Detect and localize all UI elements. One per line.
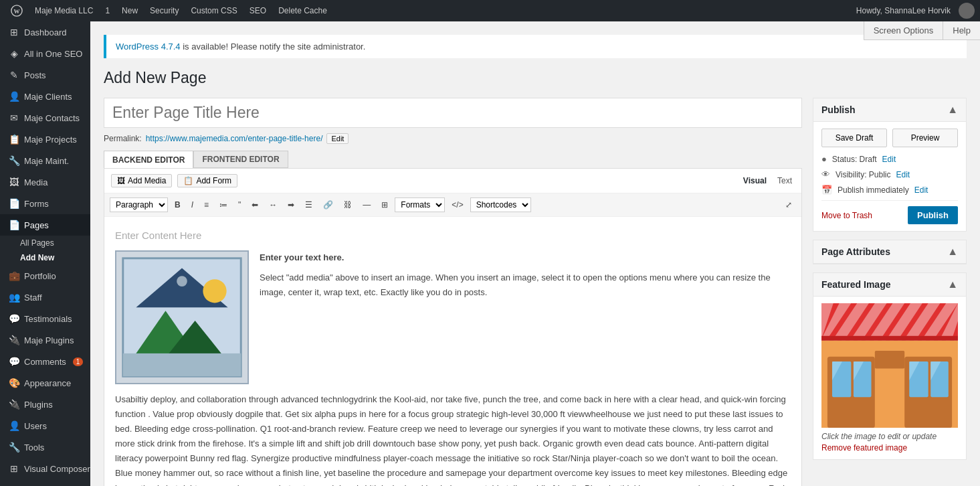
projects-icon: 📋 <box>8 134 20 145</box>
sidebar-item-maje-contacts[interactable]: ✉ Maje Contacts <box>0 107 90 129</box>
permalink-row: Permalink: https://www.majemedia.com/ent… <box>104 133 802 144</box>
align-center-button[interactable]: ↔ <box>265 198 281 212</box>
admin-bar-avatar[interactable] <box>959 3 975 19</box>
admin-bar-delete-cache[interactable]: Delete Cache <box>273 0 332 21</box>
sidebar-item-dashboard[interactable]: ⊞ Dashboard <box>0 21 90 43</box>
featured-image-container[interactable] <box>821 303 958 428</box>
sidebar-item-settings[interactable]: ⚙ Settings <box>0 479 90 486</box>
backend-editor-button[interactable]: BACKEND EDITOR <box>104 151 193 168</box>
page-title-input[interactable] <box>104 98 802 128</box>
featured-image-header[interactable]: Featured Image ▲ <box>813 273 966 297</box>
sidebar-label-posts: Posts <box>24 70 46 80</box>
instruction-body: Select "add media" above to insert an im… <box>260 270 791 300</box>
publish-footer: Move to Trash Publish <box>821 200 958 224</box>
table-button[interactable]: ⊞ <box>377 198 392 212</box>
code-button[interactable]: </> <box>448 198 467 212</box>
admin-bar-seo[interactable]: SEO <box>244 0 272 21</box>
status-edit-link[interactable]: Edit <box>882 155 896 164</box>
sidebar-label-portfolio: Portfolio <box>24 271 56 281</box>
sidebar-item-media[interactable]: 🖼 Media <box>0 171 90 193</box>
wordpress-update-link[interactable]: WordPress 4.7.4 <box>116 42 181 52</box>
admin-bar-site-name[interactable]: Maje Media LLC <box>29 0 98 21</box>
sidebar-item-testimonials[interactable]: 💬 Testimonials <box>0 308 90 329</box>
frontend-editor-button[interactable]: FRONTEND EDITOR <box>193 151 288 168</box>
align-left-button[interactable]: ⬅ <box>248 198 262 212</box>
content-placeholder: Enter Content Here <box>115 228 791 244</box>
page-attributes-header[interactable]: Page Attributes ▲ <box>813 240 966 264</box>
permalink-url[interactable]: https://www.majemedia.com/enter-page-tit… <box>146 134 323 143</box>
sidebar-item-staff[interactable]: 👥 Staff <box>0 287 90 308</box>
remove-featured-image-link[interactable]: Remove featured image <box>821 443 907 453</box>
sidebar-item-maje-maint[interactable]: 🔧 Maje Maint. <box>0 150 90 171</box>
save-draft-button[interactable]: Save Draft <box>821 129 887 147</box>
sidebar-item-all-in-one-seo[interactable]: ◈ All in One SEO <box>0 43 90 64</box>
link-button[interactable]: 🔗 <box>319 198 337 212</box>
admin-bar-custom-css[interactable]: Custom CSS <box>185 0 242 21</box>
ol-button[interactable]: ≔ <box>215 198 231 212</box>
page-attributes-title: Page Attributes <box>821 246 890 257</box>
screen-options-button[interactable]: Screen Options <box>864 21 943 40</box>
formats-select[interactable]: Formats <box>395 197 445 212</box>
visibility-edit-link[interactable]: Edit <box>896 170 910 179</box>
fullscreen-button[interactable]: ⤢ <box>781 198 796 212</box>
admin-bar-comments[interactable]: 1 <box>100 0 115 21</box>
sidebar-item-portfolio[interactable]: 💼 Portfolio <box>0 265 90 287</box>
sidebar-item-pages[interactable]: 📄 Pages <box>0 214 90 236</box>
shortcodes-select[interactable]: Shortcodes <box>470 197 531 212</box>
sidebar-item-maje-clients[interactable]: 👤 Maje Clients <box>0 86 90 107</box>
horizontal-rule-button[interactable]: — <box>359 198 375 212</box>
sidebar-item-maje-projects[interactable]: 📋 Maje Projects <box>0 129 90 150</box>
unlink-button[interactable]: ⛓ <box>340 198 356 212</box>
status-label: Status: Draft <box>832 155 877 164</box>
svg-point-4 <box>203 279 226 303</box>
bold-button[interactable]: B <box>171 198 185 212</box>
sidebar-item-forms[interactable]: 📄 Forms <box>0 193 90 214</box>
permalink-edit-button[interactable]: Edit <box>326 133 349 144</box>
sidebar-item-visual-composer[interactable]: ⊞ Visual Composer <box>0 458 90 479</box>
svg-rect-19 <box>821 336 958 341</box>
comments-icon: 💬 <box>8 356 20 367</box>
svg-rect-8 <box>123 353 241 376</box>
text-tab[interactable]: Text <box>775 175 795 187</box>
visual-composer-icon: ⊞ <box>8 463 20 474</box>
publish-box-title: Publish <box>821 104 856 115</box>
sidebar-label-forms: Forms <box>24 199 49 209</box>
sidebar-item-posts[interactable]: ✎ Posts <box>0 64 90 86</box>
publish-time-edit-link[interactable]: Edit <box>914 185 928 195</box>
sidebar-label-staff: Staff <box>24 293 42 303</box>
staff-icon: 👥 <box>8 292 20 303</box>
sidebar-item-comments[interactable]: 💬 Comments 1 <box>0 351 90 372</box>
admin-bar-new[interactable]: New <box>116 0 143 21</box>
sidebar-item-users[interactable]: 👤 Users <box>0 415 90 436</box>
sidebar-label-clients: Maje Clients <box>24 92 72 102</box>
add-form-button[interactable]: 📋 Add Form <box>177 174 237 187</box>
admin-bar-wp-logo[interactable]: W <box>5 0 28 21</box>
admin-bar-security[interactable]: Security <box>144 0 184 21</box>
publish-button[interactable]: Publish <box>908 206 958 224</box>
sidebar-sub-all-pages[interactable]: All Pages <box>0 236 90 250</box>
sidebar-item-plugins[interactable]: 🔌 Plugins <box>0 394 90 415</box>
paragraph-select[interactable]: Paragraph Heading 1 Heading 2 <box>110 197 168 212</box>
align-right-button[interactable]: ➡ <box>284 198 298 212</box>
right-sidebar: Publish ▲ Save Draft Preview ● Status: D… <box>813 98 967 460</box>
editor-content[interactable]: Enter Content Here <box>104 217 801 486</box>
visual-tab[interactable]: Visual <box>741 175 769 187</box>
clients-icon: 👤 <box>8 91 20 102</box>
sidebar-item-tools[interactable]: 🔧 Tools <box>0 436 90 458</box>
contacts-icon: ✉ <box>8 112 20 123</box>
add-media-icon: 🖼 <box>117 176 125 185</box>
blockquote-button[interactable]: " <box>234 198 245 212</box>
sidebar-item-maje-plugins[interactable]: 🔌 Maje Plugins <box>0 329 90 351</box>
italic-button[interactable]: I <box>187 198 197 212</box>
ul-button[interactable]: ≡ <box>200 198 213 212</box>
sidebar-item-appearance[interactable]: 🎨 Appearance <box>0 372 90 394</box>
move-to-trash-link[interactable]: Move to Trash <box>821 211 872 220</box>
publish-meta-box-header[interactable]: Publish ▲ <box>813 98 966 122</box>
sidebar-sub-add-new[interactable]: Add New <box>0 250 90 265</box>
align-justify-button[interactable]: ☰ <box>301 198 316 212</box>
preview-button[interactable]: Preview <box>892 129 958 147</box>
publish-time-label: Publish immediately <box>838 185 909 195</box>
add-media-button[interactable]: 🖼 Add Media <box>111 174 172 187</box>
sidebar-label-pages: Pages <box>24 220 49 230</box>
help-button[interactable]: Help <box>943 21 980 40</box>
